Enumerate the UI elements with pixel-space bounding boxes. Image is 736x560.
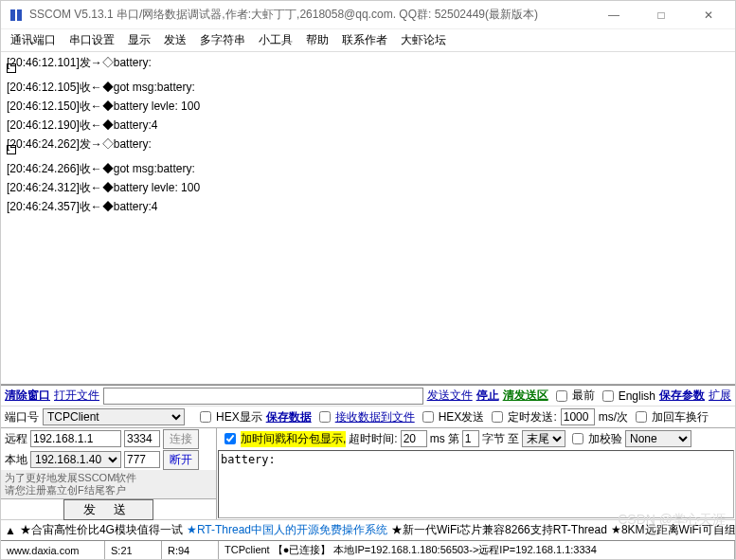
file-path-input[interactable] xyxy=(103,388,423,405)
local-row: 本地 192.168.1.40 断开 xyxy=(1,449,216,470)
interval-unit: ms/次 xyxy=(599,409,628,425)
remote-port-input[interactable] xyxy=(124,430,160,447)
svg-rect-1 xyxy=(17,9,22,21)
nth-input[interactable] xyxy=(462,430,479,447)
port-select[interactable]: TCPClient xyxy=(43,408,185,425)
toolbar-row: 清除窗口 打开文件 发送文件 停止 清发送区 最前 English 保存参数 扩… xyxy=(1,386,735,406)
minimize-button[interactable]: — xyxy=(595,2,633,28)
local-port-input[interactable] xyxy=(124,451,160,468)
menubar: 通讯端口 串口设置 显示 发送 多字符串 小工具 帮助 联系作者 大虾论坛 xyxy=(1,29,735,52)
interval-input[interactable] xyxy=(561,408,595,425)
ad-row: ▲ ★合宙高性价比4G模块值得一试 ★RT-Thread中国人的开源免费操作系统… xyxy=(1,519,735,540)
register-note: 为了更好地发展SSCOM软件 请您注册嘉立创F结尾客户 xyxy=(1,470,216,498)
app-icon xyxy=(9,8,24,23)
extend-button[interactable]: 扩展 xyxy=(709,388,731,404)
window-title: SSCOM V5.13.1 串口/网络数据调试器,作者:大虾丁丁,2618058… xyxy=(29,7,595,23)
local-label: 本地 xyxy=(5,452,27,468)
status-bar: www.daxia.com S:21 R:94 TCPclient 【●已连接】… xyxy=(1,540,735,559)
remote-label: 远程 xyxy=(5,431,27,447)
status-url[interactable]: www.daxia.com xyxy=(1,541,105,559)
menu-forum[interactable]: 大虾论坛 xyxy=(401,32,446,48)
remote-row: 远程 连接 xyxy=(1,428,216,449)
menu-tools[interactable]: 小工具 xyxy=(259,32,293,48)
disconnect-button[interactable]: 断开 xyxy=(163,450,199,470)
end-select[interactable]: 末尾 xyxy=(522,430,565,447)
save-params-button[interactable]: 保存参数 xyxy=(659,388,705,404)
timeout-unit: ms xyxy=(430,432,445,445)
clear-window-button[interactable]: 清除窗口 xyxy=(5,388,50,404)
clear-send-button[interactable]: 清发送区 xyxy=(503,388,548,404)
send-button[interactable]: 发 送 xyxy=(63,499,154,520)
ad-3[interactable]: ★新一代WiFi芯片兼容8266支持RT-Thread xyxy=(391,522,607,538)
svg-rect-0 xyxy=(10,9,15,21)
close-button[interactable]: ✕ xyxy=(690,2,727,28)
recv-to-file-checkbox[interactable]: 接收数据到文件 xyxy=(315,408,415,425)
maximize-button[interactable]: □ xyxy=(642,2,680,28)
nth-label-1: 第 xyxy=(448,431,459,447)
timed-send-checkbox[interactable]: 定时发送: xyxy=(488,408,556,425)
port-label: 端口号 xyxy=(5,409,39,425)
local-ip-select[interactable]: 192.168.1.40 xyxy=(30,451,121,468)
hex-send-checkbox[interactable]: HEX发送 xyxy=(419,408,485,425)
titlebar: SSCOM V5.13.1 串口/网络数据调试器,作者:大虾丁丁,2618058… xyxy=(1,1,735,29)
hex-display-checkbox[interactable]: HEX显示 xyxy=(196,408,262,425)
topmost-checkbox[interactable]: 最前 xyxy=(552,388,595,405)
timeout-label: 超时时间: xyxy=(349,431,397,447)
ad-1[interactable]: ★合宙高性价比4G模块值得一试 xyxy=(20,522,183,538)
english-checkbox[interactable]: English xyxy=(599,388,655,405)
open-file-button[interactable]: 打开文件 xyxy=(54,388,99,404)
status-recv: R:94 xyxy=(162,541,219,559)
menu-serial-settings[interactable]: 串口设置 xyxy=(69,32,115,48)
send-file-button[interactable]: 发送文件 xyxy=(427,388,473,404)
status-sent: S:21 xyxy=(105,541,162,559)
timestamp-checkbox[interactable]: 加时间戳和分包显示, xyxy=(221,430,346,447)
save-data-button[interactable]: 保存数据 xyxy=(266,409,312,425)
menu-multistring[interactable]: 多字符串 xyxy=(200,32,245,48)
log-area[interactable]: [20:46:12.101]发→◇battery:[20:46:12.105]收… xyxy=(1,52,735,385)
nth-label-2: 字节 至 xyxy=(482,431,519,447)
menu-help[interactable]: 帮助 xyxy=(306,32,329,48)
menu-port[interactable]: 通讯端口 xyxy=(10,32,56,48)
checksum-checkbox[interactable]: 加校验 xyxy=(568,430,622,447)
status-info: TCPclient 【●已连接】 本地IP=192.168.1.180:5650… xyxy=(219,541,735,559)
connect-button[interactable]: 连接 xyxy=(163,429,199,449)
timeout-input[interactable] xyxy=(401,430,427,447)
settings-row-1: 端口号 TCPClient HEX显示 保存数据 接收数据到文件 HEX发送 定… xyxy=(1,406,735,427)
menu-display[interactable]: 显示 xyxy=(128,32,151,48)
cr-checkbox[interactable]: 加回车换行 xyxy=(632,408,709,425)
ad-2[interactable]: ★RT-Thread中国人的开源免费操作系统 xyxy=(187,522,387,538)
menu-contact[interactable]: 联系作者 xyxy=(342,32,387,48)
stop-button[interactable]: 停止 xyxy=(476,388,499,404)
send-input[interactable]: battery: xyxy=(218,450,734,518)
menu-send[interactable]: 发送 xyxy=(164,32,187,48)
ad-4[interactable]: ★8KM远距离WiFi可自组网 xyxy=(611,522,735,538)
remote-ip-input[interactable] xyxy=(30,430,121,447)
timestamp-row: 加时间戳和分包显示, 超时时间: ms 第 字节 至 末尾 加校验 None xyxy=(217,428,735,449)
checksum-select[interactable]: None xyxy=(625,430,691,447)
